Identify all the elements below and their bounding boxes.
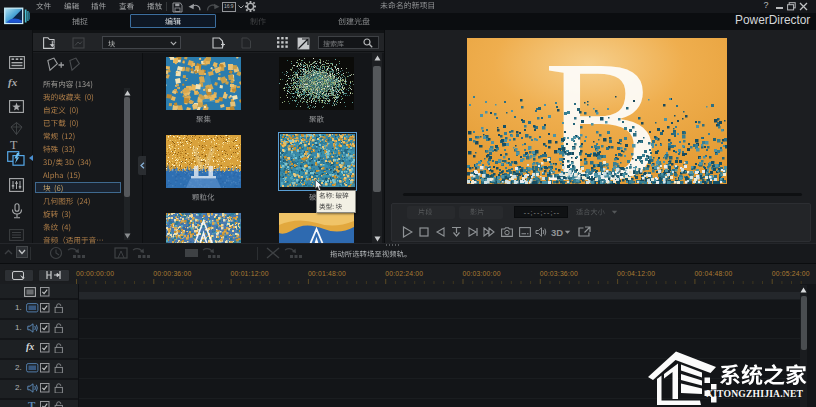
svg-text:00:03:36:00: 00:03:36:00	[540, 270, 578, 277]
svg-text:00:01:12:00: 00:01:12:00	[231, 270, 269, 277]
svg-text:00:00:36:00: 00:00:36:00	[153, 270, 191, 277]
svg-text:00:04:48:00: 00:04:48:00	[694, 270, 732, 277]
svg-text:00:02:24:00: 00:02:24:00	[385, 270, 423, 277]
svg-text:00:04:12:00: 00:04:12:00	[617, 270, 655, 277]
svg-text:00:00:00:00: 00:00:00:00	[76, 270, 114, 277]
svg-text:00:03:00:00: 00:03:00:00	[463, 270, 501, 277]
svg-text:00:05:24:00: 00:05:24:00	[772, 270, 810, 277]
svg-text:00:01:48:00: 00:01:48:00	[308, 270, 346, 277]
